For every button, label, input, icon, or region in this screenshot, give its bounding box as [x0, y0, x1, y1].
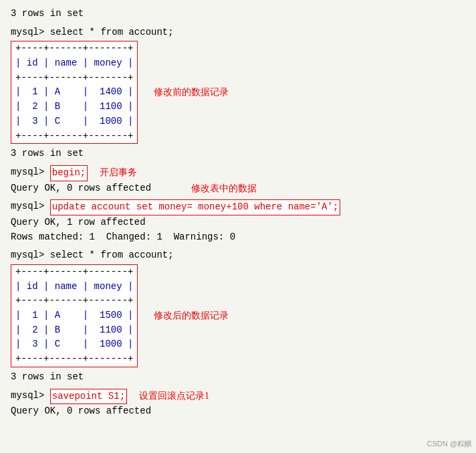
query-ok-3-text: Query OK, 0 rows affected: [11, 404, 151, 419]
table2-header-sep: +----+------+-------+: [11, 265, 137, 280]
table1-footer: +----+------+-------+: [11, 129, 137, 144]
savepoint-cmd: savepoint S1;: [50, 389, 127, 405]
prompt-update: mysql>: [11, 199, 50, 214]
annotation-4: 修改后的数据记录: [154, 308, 229, 323]
table1-row-3: | 3 | C | 1000 |: [11, 114, 137, 129]
select-sql-2: select * from account;: [50, 248, 174, 263]
table2-header: | id | name | money |: [11, 280, 137, 294]
table1-sep: +----+------+-------+: [11, 71, 137, 86]
rows-matched-line: Rows matched: 1 Changed: 1 Warnings: 0: [11, 230, 465, 245]
table-2: +----+------+-------+ | id | name | mone…: [11, 264, 138, 367]
table-section-1: +----+------+-------+ | id | name | mone…: [11, 39, 465, 145]
update-cmd: update account set money= money+100 wher…: [50, 199, 340, 215]
select-line-1: mysql> select * from account;: [11, 25, 465, 40]
begin-cmd: begin;: [50, 165, 88, 181]
prompt-1: mysql>: [11, 25, 50, 40]
table2-sep: +----+------+-------+: [11, 294, 137, 308]
watermark: CSDN @粽醸: [427, 439, 472, 449]
table-1: +----+------+-------+ | id | name | mone…: [11, 41, 138, 144]
rows-line-1: 3 rows in set: [11, 7, 465, 21]
prompt-begin: mysql>: [11, 165, 50, 180]
rows-in-set-2: 3 rows in set: [11, 147, 84, 161]
rows-in-set-1: 3 rows in set: [11, 7, 84, 21]
table2-row-1: | 1 | A | 1500 |: [11, 308, 137, 323]
savepoint-line: mysql> savepoint S1;设置回滚点记录1: [11, 389, 465, 405]
table1-header-sep: +----+------+-------+: [11, 41, 137, 56]
select-sql-1: select * from account;: [50, 25, 174, 40]
rows-line-2: 3 rows in set: [11, 147, 465, 161]
query-ok-3: Query OK, 0 rows affected: [11, 404, 465, 419]
annotation-2: 开启事务: [100, 165, 137, 180]
rows-in-set-3: 3 rows in set: [11, 370, 84, 385]
terminal: 3 rows in set mysql> select * from accou…: [11, 7, 465, 419]
table1-row-1: | 1 | A | 1400 |: [11, 85, 137, 100]
prompt-2: mysql>: [11, 248, 50, 263]
prompt-savepoint: mysql>: [11, 389, 50, 403]
table2-row-2: | 2 | B | 1100 |: [11, 323, 137, 338]
annotation-3: 修改表中的数据: [191, 181, 257, 196]
annotation-1: 修改前的数据记录: [154, 85, 229, 100]
rows-matched-text: Rows matched: 1 Changed: 1 Warnings: 0: [11, 230, 235, 245]
query-ok-1-text: Query OK, 0 rows affected: [11, 181, 151, 196]
table2-footer: +----+------+-------+: [11, 352, 137, 367]
rows-line-3: 3 rows in set: [11, 370, 465, 385]
table1-header: | id | name | money |: [11, 56, 137, 71]
table1-row-2: | 2 | B | 1100 |: [11, 100, 137, 114]
table2-row-3: | 3 | C | 1000 |: [11, 337, 137, 352]
query-ok-2-text: Query OK, 1 row affected: [11, 215, 146, 230]
begin-line: mysql> begin;开启事务: [11, 165, 465, 181]
query-ok-1: Query OK, 0 rows affected修改表中的数据: [11, 181, 465, 196]
table-section-2: +----+------+-------+ | id | name | mone…: [11, 263, 465, 369]
annotation-5: 设置回滚点记录1: [139, 389, 209, 403]
select-line-2: mysql> select * from account;: [11, 248, 465, 263]
update-line: mysql> update account set money= money+1…: [11, 199, 465, 215]
query-ok-2: Query OK, 1 row affected: [11, 215, 465, 230]
